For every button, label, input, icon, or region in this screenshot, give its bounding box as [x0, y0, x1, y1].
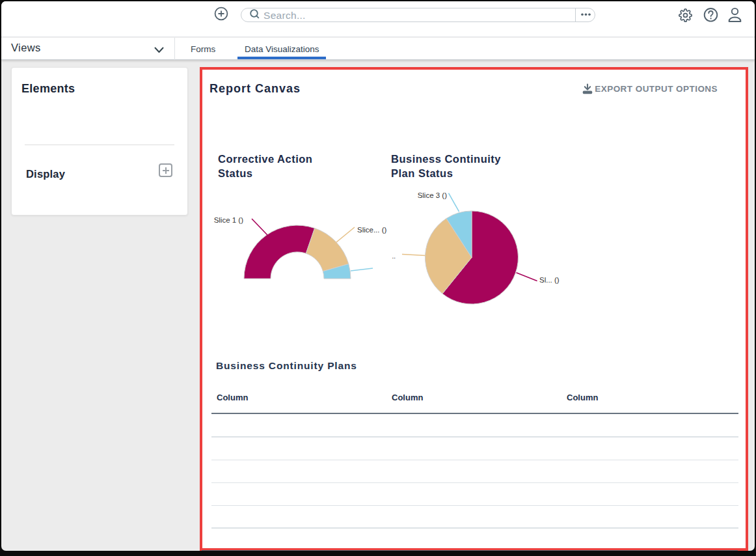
svg-text:Slice 1 (): Slice 1 (): [214, 216, 244, 224]
svg-text:..: ..: [392, 253, 396, 260]
svg-text:Slice 3 (): Slice 3 (): [418, 191, 448, 199]
svg-text:Slice... (): Slice... (): [357, 226, 387, 234]
svg-text:Sl... (): Sl... (): [539, 276, 560, 284]
